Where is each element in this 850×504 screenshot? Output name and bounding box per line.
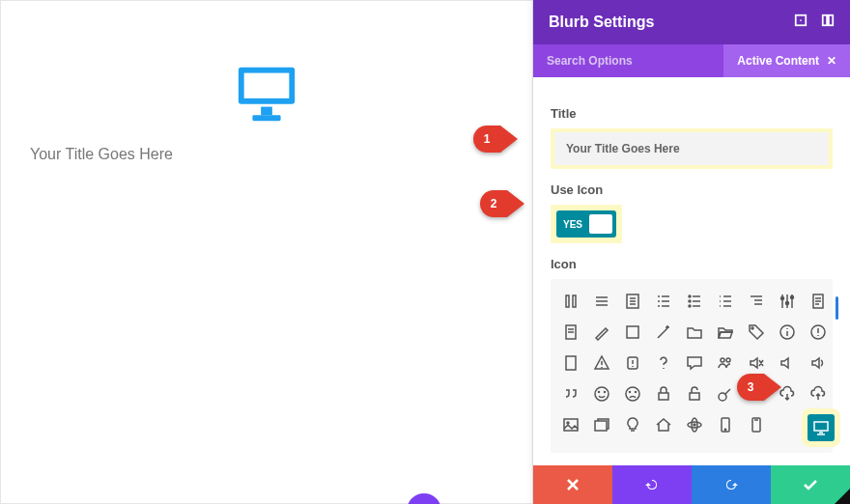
- icon-option-pause[interactable]: [560, 291, 581, 312]
- redo-button[interactable]: [692, 465, 771, 504]
- panel-title: Blurb Settings: [549, 14, 654, 31]
- icon-option-lock[interactable]: [653, 383, 674, 405]
- icon-option-indent[interactable]: [746, 291, 767, 312]
- tab-active-content[interactable]: Active Content ✕: [723, 44, 850, 77]
- icon-option-equalizer[interactable]: [777, 291, 798, 312]
- icon-option-tri-warn[interactable]: [591, 352, 612, 374]
- svg-point-43: [724, 429, 725, 430]
- icon-option-cloud-up[interactable]: [808, 383, 829, 405]
- svg-point-5: [800, 19, 802, 21]
- scrollbar-thumb[interactable]: [836, 296, 838, 320]
- preview-icon: [30, 59, 503, 126]
- panel-header: Blurb Settings: [533, 0, 850, 44]
- svg-point-14: [781, 297, 784, 300]
- svg-rect-8: [566, 295, 569, 307]
- svg-rect-9: [573, 295, 576, 307]
- floating-handle[interactable]: [407, 493, 441, 504]
- panel-footer: [533, 465, 850, 504]
- svg-point-20: [751, 327, 753, 329]
- svg-rect-6: [823, 15, 827, 26]
- preview-title: Your Title Goes Here: [30, 146, 503, 163]
- svg-point-37: [567, 422, 569, 424]
- icon-option-folder[interactable]: [684, 322, 705, 343]
- label-use-icon: Use Icon: [551, 182, 833, 197]
- icon-option-question[interactable]: [653, 352, 674, 374]
- icon-option-chat[interactable]: [684, 352, 705, 374]
- icon-option-bulb[interactable]: [622, 414, 643, 435]
- svg-point-27: [595, 387, 609, 401]
- toggle-highlight: YES: [551, 205, 622, 243]
- icon-option-numbers[interactable]: [715, 291, 736, 312]
- icon-option-mute[interactable]: [746, 352, 767, 374]
- svg-rect-1: [244, 73, 290, 98]
- icon-option-wand[interactable]: [653, 322, 674, 343]
- label-title: Title: [551, 106, 833, 121]
- icon-option-folder-open[interactable]: [715, 322, 736, 343]
- icon-picker: [551, 279, 833, 453]
- svg-point-15: [786, 302, 789, 305]
- icon-option-attention[interactable]: [622, 352, 643, 374]
- close-icon[interactable]: ✕: [827, 54, 836, 68]
- icon-option-list-check[interactable]: [653, 291, 674, 312]
- title-input-highlight: [551, 128, 833, 169]
- tab-active-label: Active Content: [737, 54, 819, 68]
- svg-rect-19: [627, 326, 638, 338]
- icon-option-sound[interactable]: [777, 352, 798, 374]
- icon-option-doc2[interactable]: [560, 322, 581, 343]
- svg-rect-2: [261, 107, 272, 116]
- svg-rect-36: [564, 419, 578, 431]
- svg-rect-3: [252, 115, 280, 121]
- icon-option-warning[interactable]: [808, 322, 829, 343]
- toggle-label: YES: [563, 219, 582, 230]
- annotation-label: 2: [480, 190, 507, 217]
- icon-option-square[interactable]: [622, 322, 643, 343]
- icon-option-mail[interactable]: [746, 414, 767, 435]
- icon-option-unlock[interactable]: [684, 383, 705, 405]
- icon-option-doc[interactable]: [808, 291, 829, 312]
- icon-option-quotes[interactable]: [560, 383, 581, 405]
- title-field[interactable]: [554, 132, 829, 165]
- svg-point-16: [791, 296, 794, 299]
- annotation-1: 1: [473, 126, 518, 153]
- icon-option-frown[interactable]: [622, 383, 643, 405]
- svg-point-31: [630, 392, 631, 393]
- undo-button[interactable]: [612, 465, 692, 504]
- icon-option-tag[interactable]: [746, 322, 767, 343]
- icon-option-atom[interactable]: [684, 414, 705, 435]
- svg-point-11: [689, 295, 691, 297]
- expand-icon[interactable]: [794, 14, 808, 31]
- icon-option-guitar[interactable]: [715, 383, 736, 405]
- icon-option-smile[interactable]: [591, 383, 612, 405]
- svg-rect-38: [595, 421, 607, 431]
- svg-point-29: [605, 392, 606, 393]
- icon-option-doc-lines[interactable]: [622, 291, 643, 312]
- svg-point-41: [694, 424, 695, 426]
- panel-tabs: Search Options Active Content ✕: [533, 44, 850, 77]
- icon-option-desktop[interactable]: [808, 414, 835, 441]
- label-icon: Icon: [551, 257, 833, 271]
- annotation-3: 3: [737, 374, 781, 401]
- use-icon-toggle[interactable]: YES: [556, 210, 616, 238]
- svg-point-26: [726, 358, 730, 362]
- icon-option-doc3[interactable]: [560, 352, 581, 374]
- icon-option-people[interactable]: [715, 352, 736, 374]
- cancel-button[interactable]: [533, 465, 612, 504]
- icon-option-info[interactable]: [777, 322, 798, 343]
- icon-option-bullets[interactable]: [684, 291, 705, 312]
- columns-icon[interactable]: [821, 14, 835, 31]
- resize-handle-icon[interactable]: [835, 489, 850, 504]
- icon-option-phone[interactable]: [715, 414, 736, 435]
- toggle-knob: [589, 214, 612, 234]
- svg-point-30: [626, 387, 639, 401]
- settings-panel: Blurb Settings Search Options Active Con…: [533, 0, 850, 504]
- icon-option-vol[interactable]: [808, 352, 829, 374]
- icon-option-image[interactable]: [560, 414, 581, 435]
- svg-point-25: [721, 358, 724, 362]
- svg-point-28: [599, 392, 600, 393]
- svg-point-32: [636, 392, 637, 393]
- icon-option-home[interactable]: [653, 414, 674, 435]
- icon-option-brush[interactable]: [591, 322, 612, 343]
- tab-search-options[interactable]: Search Options: [533, 44, 723, 77]
- icon-option-gallery[interactable]: [591, 414, 612, 435]
- icon-option-list-small[interactable]: [591, 291, 612, 312]
